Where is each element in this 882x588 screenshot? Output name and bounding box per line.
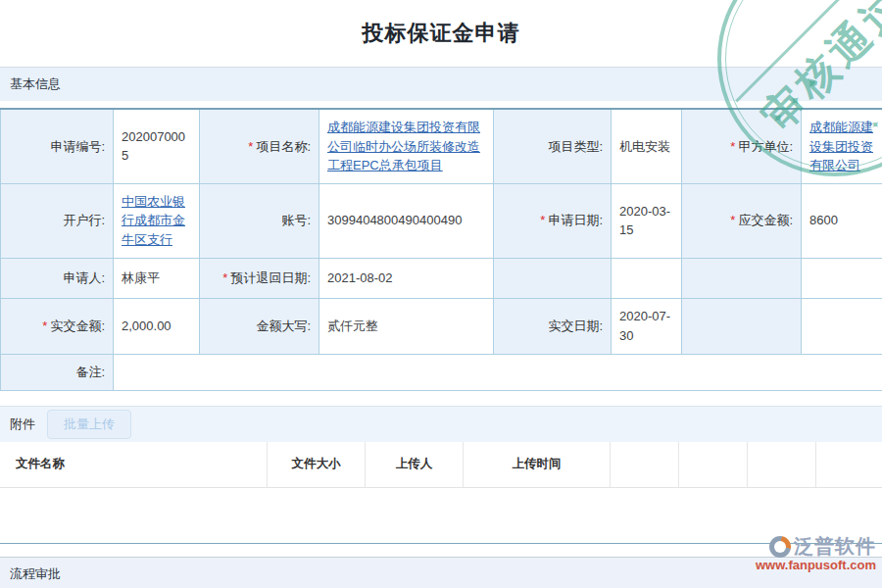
expected-return-date-value: 2021-08-02: [319, 258, 494, 298]
required-mark: *: [540, 213, 545, 227]
attachments-header-row: 文件名称 文件大小 上传人 上传时间: [0, 442, 882, 488]
title-bar: 投标保证金申请: [0, 0, 882, 67]
fanpu-logo-url: www.fanpusoft.com: [756, 558, 876, 572]
table-row: *实交金额: 2,000.00 金额大写: 贰仟元整 实交日期: 2020-07…: [1, 298, 882, 354]
table-row: 申请编号: 2020070005 *项目名称: 成都能源建设集团投资有限公司临时…: [1, 109, 882, 183]
project-name-link[interactable]: 成都能源建设集团投资有限公司临时办公场所装修改造工程EPC总承包项目: [327, 120, 480, 172]
amount-in-words-label: 金额大写:: [200, 298, 319, 354]
attachments-empty-area: [0, 488, 882, 543]
application-no-value: 2020070005: [114, 109, 200, 183]
account-value: 3099404800490400490: [319, 183, 494, 258]
applicant-value: 林康平: [114, 258, 200, 298]
paid-amount-value: 2,000.00: [114, 298, 200, 354]
project-type-label: 项目类型:: [494, 109, 612, 183]
bank-label: 开户行:: [1, 183, 114, 258]
party-a-value: 成都能源建设集团投资有限公司: [802, 109, 882, 183]
bid-deposit-application-page: ✦ ✦ ✦ 审核通过 ✦ ✦ ✦ ✦ ✦ ✦ 投标保证金申请 基本信息 申请编号…: [0, 0, 882, 588]
empty-value-cell: [802, 298, 882, 354]
amount-in-words-value: 贰仟元整: [319, 298, 494, 354]
column-header-uploader: 上传人: [366, 442, 464, 487]
due-amount-label: *应交金额:: [682, 183, 802, 258]
empty-value-cell: [802, 258, 882, 298]
empty-label-cell: [494, 258, 612, 298]
batch-upload-button[interactable]: 批量上传: [47, 410, 131, 439]
required-mark: *: [248, 139, 253, 154]
table-row: 开户行: 中国农业银行成都市金牛区支行 账号: 3099404800490400…: [1, 183, 882, 258]
attachments-title: 附件: [10, 416, 35, 433]
column-header-empty: [816, 442, 882, 487]
column-header-upload-time: 上传时间: [464, 442, 611, 487]
party-a-link[interactable]: 成都能源建设集团投资有限公司: [809, 120, 873, 172]
paid-amount-label: *实交金额:: [1, 298, 114, 354]
required-mark: *: [730, 213, 735, 227]
party-a-label: *甲方单位:: [682, 109, 802, 183]
application-no-label: 申请编号:: [1, 109, 114, 183]
page-title: 投标保证金申请: [363, 19, 520, 48]
bank-value: 中国农业银行成都市金牛区支行: [114, 183, 200, 258]
paid-date-value: 2020-07-30: [612, 298, 682, 354]
bank-link[interactable]: 中国农业银行成都市金牛区支行: [122, 194, 185, 247]
column-header-empty: [748, 442, 816, 487]
table-row: 备注:: [1, 354, 882, 390]
table-row: 申请人: 林康平 *预计退回日期: 2021-08-02: [1, 258, 882, 298]
section-process-approval: 流程审批: [0, 557, 882, 588]
fanpu-logo-text: 泛普软件: [794, 533, 876, 560]
empty-label-cell: [682, 258, 802, 298]
column-header-file-name: 文件名称: [0, 442, 268, 487]
column-header-empty: [679, 442, 748, 487]
empty-label-cell: [682, 298, 802, 354]
remark-value: [114, 354, 882, 390]
section-basic-info: 基本信息: [0, 67, 882, 101]
expected-return-date-label: *预计退回日期:: [200, 258, 319, 298]
project-name-value: 成都能源建设集团投资有限公司临时办公场所装修改造工程EPC总承包项目: [319, 109, 494, 183]
empty-value-cell: [612, 258, 682, 298]
project-type-value: 机电安装: [612, 109, 682, 183]
column-header-file-size: 文件大小: [268, 442, 366, 487]
project-name-label: *项目名称:: [200, 109, 319, 183]
due-amount-value: 8600: [802, 183, 882, 258]
apply-date-value: 2020-03-15: [612, 183, 682, 258]
required-mark: *: [222, 270, 227, 285]
applicant-label: 申请人:: [1, 258, 114, 298]
required-mark: *: [730, 139, 735, 154]
fanpu-logo-icon: [769, 536, 791, 558]
apply-date-label: *申请日期:: [494, 183, 612, 258]
required-mark: *: [42, 318, 47, 333]
paid-date-label: 实交日期:: [494, 298, 612, 354]
basic-info-table: 申请编号: 2020070005 *项目名称: 成都能源建设集团投资有限公司临时…: [0, 108, 882, 391]
remark-label: 备注:: [1, 354, 114, 390]
vendor-logo: 泛普软件 www.fanpusoft.com: [756, 533, 876, 572]
section-attachments: 附件 批量上传: [0, 406, 882, 442]
account-label: 账号:: [200, 183, 319, 258]
column-header-empty: [611, 442, 679, 487]
